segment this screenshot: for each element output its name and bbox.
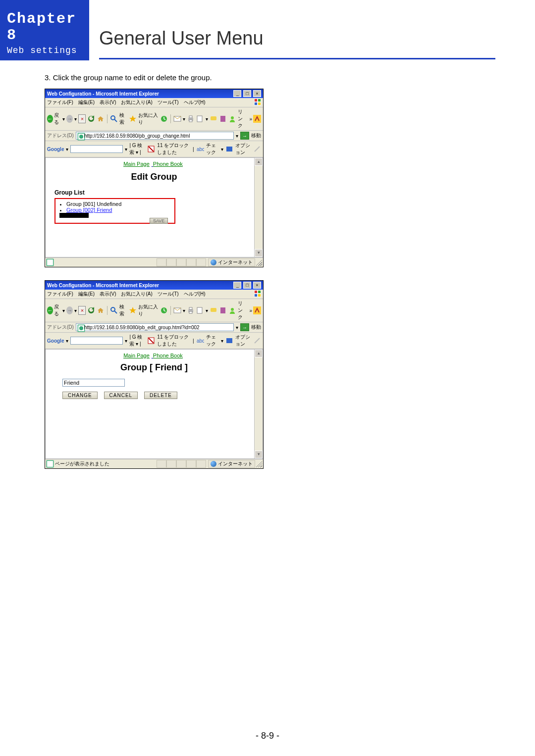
menu-tools[interactable]: ツール(T)	[158, 291, 179, 298]
back-button[interactable]: ← 戻る ▾	[47, 112, 65, 126]
search-icon[interactable]	[110, 306, 118, 314]
menu-file[interactable]: ファイル(F)	[47, 291, 73, 298]
minimize-button[interactable]: _	[233, 90, 241, 97]
menu-bar: ファイル(F) 編集(E) 表示(V) お気に入り(A) ツール(T) ヘルプ(…	[45, 290, 263, 299]
favorites-star-icon[interactable]	[129, 306, 137, 314]
mail-icon[interactable]	[173, 306, 181, 314]
wand-icon[interactable]	[253, 145, 261, 153]
favorites-label[interactable]: お気に入り	[138, 303, 159, 317]
menu-help[interactable]: ヘルプ(H)	[184, 291, 206, 298]
scrollbar[interactable]: ▴ ▾	[254, 350, 263, 458]
window-buttons: _ □ ×	[233, 282, 261, 289]
scroll-down-icon[interactable]: ▾	[255, 249, 263, 257]
cancel-button[interactable]: CANCEL	[104, 392, 138, 399]
menu-tools[interactable]: ツール(T)	[158, 99, 179, 106]
change-button[interactable]: CHANGE	[62, 392, 98, 399]
google-search-input[interactable]	[70, 337, 123, 345]
norton-icon[interactable]	[253, 306, 261, 314]
favorites-label[interactable]: お気に入り	[138, 112, 159, 126]
discuss-icon[interactable]	[210, 115, 217, 123]
links-label[interactable]: リンク	[238, 300, 247, 321]
scrollbar[interactable]: ▴ ▾	[254, 158, 263, 257]
scroll-up-icon[interactable]: ▴	[255, 350, 263, 357]
address-field[interactable]: http://192.168.0.59:8080/pb_edit_group.h…	[76, 323, 234, 331]
google-search-input[interactable]	[70, 145, 123, 153]
maximize-button[interactable]: □	[243, 90, 251, 97]
minimize-button[interactable]: _	[233, 282, 241, 289]
discuss-icon[interactable]	[210, 306, 217, 314]
resize-grip[interactable]	[255, 460, 262, 467]
status-bar: インターネット	[45, 257, 263, 267]
options-icon[interactable]	[225, 337, 233, 345]
close-button[interactable]: ×	[253, 90, 261, 97]
google-brand[interactable]: Google	[47, 338, 64, 344]
search-icon[interactable]	[110, 115, 118, 123]
messenger-icon[interactable]	[228, 115, 236, 123]
popup-blocked-icon[interactable]	[147, 145, 155, 153]
back-button[interactable]: ← 戻る ▾	[47, 303, 65, 317]
home-icon[interactable]	[97, 306, 105, 314]
link-main-page[interactable]: Main Page	[123, 353, 150, 358]
link-phone-book[interactable]: Phone Book	[153, 353, 183, 358]
menu-help[interactable]: ヘルプ(H)	[184, 99, 206, 106]
wand-icon[interactable]	[253, 337, 261, 345]
norton-icon[interactable]	[253, 115, 261, 123]
spellcheck-icon[interactable]: abc	[196, 337, 204, 345]
print-icon[interactable]	[187, 306, 195, 314]
go-button[interactable]: →	[240, 323, 249, 331]
spellcheck-label[interactable]: チェック	[206, 334, 219, 348]
edit-icon[interactable]	[196, 115, 204, 123]
links-label[interactable]: リンク	[238, 108, 247, 129]
options-icon[interactable]	[225, 145, 233, 153]
spellcheck-icon[interactable]: abc	[196, 145, 204, 153]
menu-favorites[interactable]: お気に入り(A)	[121, 99, 152, 106]
address-field[interactable]: http://192.168.0.59:8080/pb_group_change…	[76, 132, 234, 140]
menu-edit[interactable]: 編集(E)	[78, 291, 95, 298]
menu-view[interactable]: 表示(V)	[100, 99, 116, 106]
history-icon[interactable]	[160, 306, 168, 314]
delete-button[interactable]: DELETE	[144, 392, 177, 399]
options-label[interactable]: オプション	[235, 142, 252, 156]
svg-rect-24	[47, 259, 53, 265]
popup-blocked-icon[interactable]	[147, 337, 155, 345]
resize-grip[interactable]	[255, 259, 262, 266]
spellcheck-label[interactable]: チェック	[206, 142, 219, 156]
research-icon[interactable]	[219, 306, 227, 314]
favorites-star-icon[interactable]	[129, 115, 137, 123]
windows-flag-icon	[254, 99, 261, 105]
close-button[interactable]: ×	[253, 282, 261, 289]
group-item-new: NEW Group	[59, 213, 170, 218]
research-icon[interactable]	[219, 115, 227, 123]
menu-file[interactable]: ファイル(F)	[47, 99, 73, 106]
options-label[interactable]: オプション	[235, 334, 252, 348]
menu-favorites[interactable]: お気に入り(A)	[121, 291, 152, 298]
scroll-up-icon[interactable]: ▴	[255, 158, 263, 166]
mail-icon[interactable]	[173, 115, 181, 123]
link-phone-book[interactable]: Phone Book	[153, 161, 183, 167]
group-name-input[interactable]	[62, 379, 125, 387]
forward-button[interactable]: →	[66, 306, 73, 314]
home-icon[interactable]	[97, 115, 105, 123]
edit-icon[interactable]	[196, 306, 204, 314]
search-label[interactable]: 検索	[119, 303, 127, 317]
print-icon[interactable]	[187, 115, 195, 123]
refresh-icon[interactable]	[87, 306, 95, 314]
stop-button[interactable]: ×	[78, 306, 86, 315]
history-icon[interactable]	[160, 115, 168, 123]
forward-button[interactable]: →	[66, 115, 73, 123]
messenger-icon[interactable]	[228, 306, 236, 314]
refresh-icon[interactable]	[87, 115, 95, 123]
go-button[interactable]: →	[240, 132, 249, 140]
stop-button[interactable]: ×	[78, 114, 86, 123]
svg-rect-47	[226, 338, 232, 343]
link-main-page[interactable]: Main Page	[123, 161, 150, 167]
scroll-down-icon[interactable]: ▾	[255, 451, 263, 458]
menu-view[interactable]: 表示(V)	[100, 291, 116, 298]
menu-edit[interactable]: 編集(E)	[78, 99, 95, 106]
group-link-friend[interactable]: Group [002] Friend	[66, 207, 112, 213]
google-brand[interactable]: Google	[47, 147, 64, 152]
save-button[interactable]: SAVE	[150, 218, 168, 224]
search-label[interactable]: 検索	[119, 112, 127, 126]
maximize-button[interactable]: □	[243, 282, 251, 289]
globe-icon	[211, 259, 216, 265]
